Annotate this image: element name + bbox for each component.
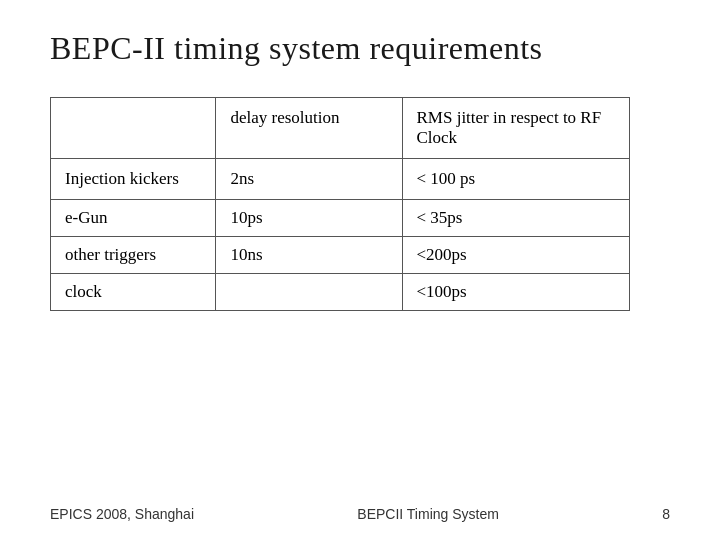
- page-content: BEPC-II timing system requirements delay…: [0, 0, 720, 351]
- table-row: e-Gun 10ps < 35ps: [51, 200, 630, 237]
- header-col1: [51, 98, 216, 159]
- row1-rms: < 100 ps: [402, 159, 629, 200]
- table-row: Injection kickers 2ns < 100 ps: [51, 159, 630, 200]
- footer-right: 8: [662, 506, 670, 522]
- requirements-table: delay resolution RMS jitter in respect t…: [50, 97, 630, 311]
- page-title: BEPC-II timing system requirements: [50, 30, 670, 67]
- row4-delay: [216, 274, 402, 311]
- row2-rms: < 35ps: [402, 200, 629, 237]
- row4-rms: <100ps: [402, 274, 629, 311]
- row3-label: other triggers: [51, 237, 216, 274]
- footer-center: BEPCII Timing System: [357, 506, 499, 522]
- footer-left: EPICS 2008, Shanghai: [50, 506, 194, 522]
- row1-delay: 2ns: [216, 159, 402, 200]
- table-row: clock <100ps: [51, 274, 630, 311]
- header-col3: RMS jitter in respect to RF Clock: [402, 98, 629, 159]
- row3-rms: <200ps: [402, 237, 629, 274]
- row3-delay: 10ns: [216, 237, 402, 274]
- row2-delay: 10ps: [216, 200, 402, 237]
- table-row: other triggers 10ns <200ps: [51, 237, 630, 274]
- row2-label: e-Gun: [51, 200, 216, 237]
- row4-label: clock: [51, 274, 216, 311]
- row1-label: Injection kickers: [51, 159, 216, 200]
- footer: EPICS 2008, Shanghai BEPCII Timing Syste…: [0, 506, 720, 522]
- header-col2: delay resolution: [216, 98, 402, 159]
